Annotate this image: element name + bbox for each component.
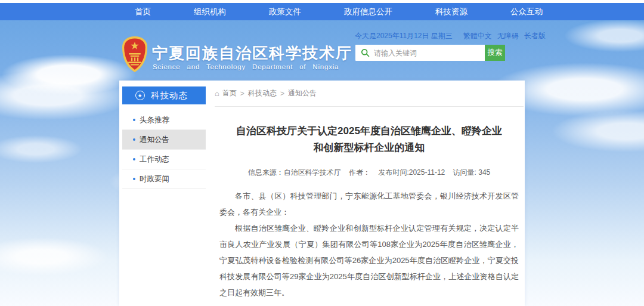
sidebar-item-label: 头条推荐	[140, 115, 169, 125]
traditional-chinese-link[interactable]: 繁體中文	[463, 31, 492, 41]
sidebar-title: 科技动态	[151, 90, 188, 101]
national-emblem-logo	[122, 36, 148, 73]
bullet-icon	[133, 178, 135, 180]
meta-author: 作者：	[349, 168, 370, 177]
nav-home[interactable]: 首页	[113, 3, 172, 20]
accessibility-link[interactable]: 无障碍	[497, 31, 519, 41]
site-subtitle: Science and Technology Department of Nin…	[153, 63, 339, 70]
sidebar-item-notices[interactable]: 通知公告	[122, 130, 206, 150]
elderly-version-link[interactable]: 长者版	[524, 31, 546, 41]
article-paragraph: 根据自治区雏鹰企业、瞪羚企业和创新型标杆企业认定管理有关规定，决定认定半亩良人农…	[219, 220, 519, 301]
breadcrumb-home[interactable]: 首页	[222, 88, 237, 98]
bullet-icon	[133, 138, 135, 141]
breadcrumb-notices[interactable]: 通知公告	[288, 88, 317, 98]
article-body: 各市、县（区）科技管理部门，宁东能源化工基地管委会，银川经济技术开发区管委会，各…	[219, 188, 519, 301]
breadcrumb-tech-dynamics[interactable]: 科技动态	[248, 88, 277, 98]
nav-gov-info-disclosure[interactable]: 政府信息公开	[323, 3, 414, 20]
nav-public-interaction[interactable]: 公众互动	[489, 3, 564, 20]
sidebar-item-label: 工作动态	[140, 154, 169, 165]
page-background: 首页 组织机构 政策文件 政府信息公开 科技资源 公众互动 宁夏回族自治区科学技…	[0, 0, 644, 306]
article-title: 自治区科技厅关于认定2025年度自治区雏鹰企业、瞪羚企业 和创新型标杆企业的通知	[215, 123, 524, 156]
article-meta: 信息来源：自治区科学技术厅 作者： 发布时间:2025-11-12 访问量: 3…	[215, 168, 524, 178]
search-button[interactable]: 搜索	[485, 45, 505, 61]
search-icon	[361, 48, 370, 57]
sidebar-item-label: 时政要闻	[140, 174, 169, 184]
sidebar-item-headlines[interactable]: 头条推荐	[122, 110, 206, 130]
top-nav: 首页 组织机构 政策文件 政府信息公开 科技资源 公众互动	[0, 3, 644, 20]
sidebar-item-current-politics[interactable]: 时政要闻	[122, 169, 206, 189]
search-input[interactable]	[374, 45, 485, 60]
site-title: 宁夏回族自治区科学技术厅	[152, 43, 352, 64]
article-title-line1: 自治区科技厅关于认定2025年度自治区雏鹰企业、瞪羚企业	[215, 123, 524, 140]
sidebar-item-work-updates[interactable]: 工作动态	[122, 150, 206, 169]
meta-publish-time: 发布时间:2025-11-12	[378, 168, 445, 177]
current-date: 今天是2025年11月12日 星期三	[355, 31, 453, 41]
content-panel: ★ 科技动态 头条推荐 通知公告 工作动态 时政要闻	[119, 81, 525, 306]
nav-policy-documents[interactable]: 政策文件	[247, 3, 323, 20]
article-paragraph: 各市、县（区）科技管理部门，宁东能源化工基地管委会，银川经济技术开发区管委会，各…	[219, 188, 519, 220]
sidebar-header: ★ 科技动态	[122, 86, 206, 104]
nav-tech-resources[interactable]: 科技资源	[414, 3, 489, 20]
header-utility-bar: 今天是2025年11月12日 星期三 繁體中文 无障碍 长者版	[355, 31, 522, 41]
breadcrumb: ⌂ 首页 > 科技动态 > 通知公告	[215, 88, 524, 107]
article-column: ⌂ 首页 > 科技动态 > 通知公告 自治区科技厅关于认定2025年度自治区雏鹰…	[215, 88, 524, 306]
sidebar-item-label: 通知公告	[140, 135, 169, 145]
article-title-line2: 和创新型标杆企业的通知	[215, 140, 524, 156]
meta-views: 访问量: 345	[453, 168, 491, 177]
bullet-icon	[133, 119, 135, 121]
home-icon: ⌂	[215, 89, 219, 98]
breadcrumb-separator: >	[280, 89, 284, 98]
meta-source: 信息来源：自治区科学技术厅	[248, 168, 341, 177]
sidebar-menu: 头条推荐 通知公告 工作动态 时政要闻	[122, 110, 206, 189]
dynamics-star-icon: ★	[135, 91, 145, 100]
bullet-icon	[133, 158, 135, 160]
nav-organization[interactable]: 组织机构	[172, 3, 247, 20]
breadcrumb-separator: >	[240, 89, 244, 98]
search-bar: 搜索	[355, 45, 505, 61]
sidebar: ★ 科技动态 头条推荐 通知公告 工作动态 时政要闻	[122, 86, 206, 189]
